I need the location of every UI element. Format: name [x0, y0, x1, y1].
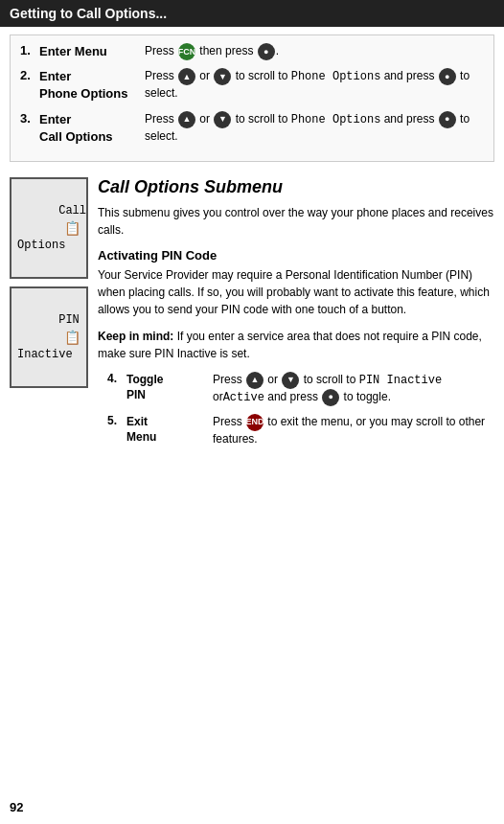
- nav-button-icon-1: ●: [258, 43, 275, 60]
- step-3-row: 3. Enter Call Options Press ▲ or ▼ to sc…: [20, 111, 484, 146]
- step-3-instruction: Press ▲ or ▼ to scroll to Phone Options …: [145, 111, 484, 145]
- fcn-button-icon: FCN: [178, 43, 195, 60]
- submenu-title: Call Options Submenu: [98, 177, 494, 198]
- step-1-row: 1. Enter Menu Press FCN then press ●.: [20, 43, 484, 60]
- up-btn-4: ▲: [246, 372, 263, 389]
- activating-title: Activating PIN Code: [98, 248, 494, 263]
- nav-btn-4: ●: [322, 389, 339, 406]
- inner-step-5-row: 5. Exit Menu Press END to exit the menu,…: [107, 414, 494, 447]
- inner-step-5-label: Exit Menu: [126, 414, 213, 446]
- nav-btn-3: ●: [439, 111, 456, 128]
- header-title: Getting to Call Options...: [10, 6, 167, 21]
- keep-in-mind: Keep in mind: If you enter a service are…: [98, 328, 494, 362]
- inner-step-4-num: 4.: [107, 372, 126, 385]
- step-2-instruction: Press ▲ or ▼ to scroll to Phone Options …: [145, 68, 484, 102]
- right-content: Call Options Submenu This submenu gives …: [98, 177, 494, 454]
- step-2-row: 2. Enter Phone Options Press ▲ or ▼ to s…: [20, 68, 484, 103]
- inner-step-4-label: Toggle PIN: [126, 372, 213, 404]
- main-content: Call📋 Options PIN📋 Inactive Call Options…: [0, 170, 504, 462]
- step-2-label: Enter Phone Options: [39, 68, 145, 103]
- inner-step-4-row: 4. Toggle PIN Press ▲ or ▼ to scroll to …: [107, 372, 494, 406]
- screen-display-2: PIN📋 Inactive: [10, 286, 88, 388]
- up-btn-3: ▲: [178, 111, 195, 128]
- nav-btn-2: ●: [439, 68, 456, 85]
- steps-box: 1. Enter Menu Press FCN then press ●. 2.…: [10, 34, 494, 162]
- activating-body: Your Service Provider may require a Pers…: [98, 266, 494, 318]
- step-3-number: 3.: [20, 111, 39, 126]
- inner-step-5-num: 5.: [107, 414, 126, 427]
- left-sidebar: Call📋 Options PIN📋 Inactive: [10, 177, 88, 454]
- screen-display-1: Call📋 Options: [10, 177, 88, 279]
- inner-steps: 4. Toggle PIN Press ▲ or ▼ to scroll to …: [98, 372, 494, 447]
- up-btn-2: ▲: [178, 68, 195, 85]
- end-button-icon: END: [246, 414, 263, 431]
- step-1-instruction: Press FCN then press ●.: [145, 43, 484, 60]
- step-1-label: Enter Menu: [39, 43, 145, 60]
- down-btn-4: ▼: [282, 372, 299, 389]
- keep-in-mind-bold: Keep in mind:: [98, 330, 173, 343]
- down-btn-2: ▼: [214, 68, 231, 85]
- screen2-icon: 📋: [64, 329, 80, 349]
- step-2-number: 2.: [20, 68, 39, 82]
- screen1-icon: 📋: [64, 219, 80, 240]
- inner-step-4-instruction: Press ▲ or ▼ to scroll to PIN Inactive o…: [213, 372, 494, 406]
- header-bar: Getting to Call Options...: [0, 0, 504, 27]
- inner-step-5-instruction: Press END to exit the menu, or you may s…: [213, 414, 494, 447]
- submenu-intro: This submenu gives you control over the …: [98, 204, 494, 239]
- down-btn-3: ▼: [214, 111, 231, 128]
- step-1-number: 1.: [20, 43, 39, 57]
- step-3-label: Enter Call Options: [39, 111, 145, 146]
- page-number: 92: [10, 800, 23, 814]
